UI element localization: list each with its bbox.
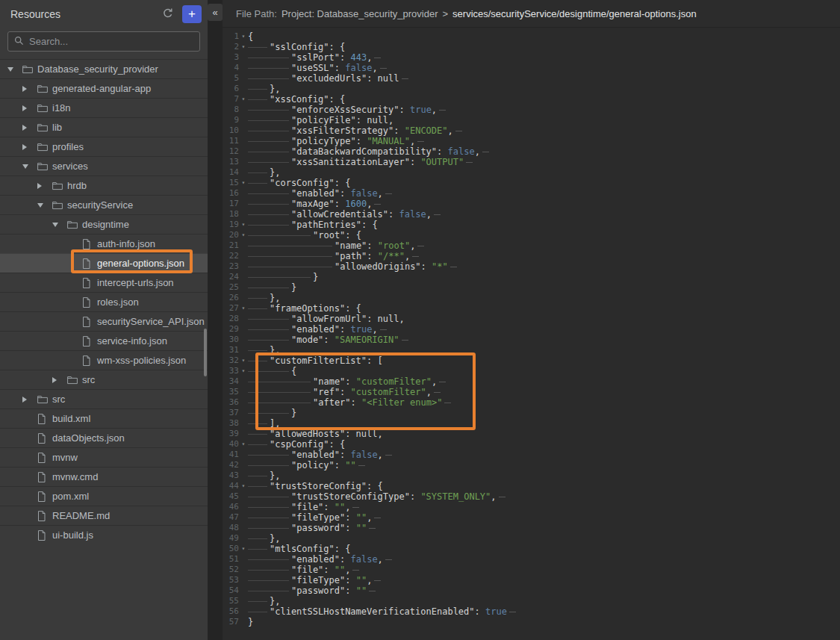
tree-item-dataObjects.json[interactable]: dataObjects.json bbox=[0, 428, 208, 447]
code-line[interactable]: 39"allowedHosts": null, bbox=[224, 429, 840, 439]
code-line[interactable]: 40▾"cspConfig": { bbox=[224, 439, 840, 450]
code-line[interactable]: 15▾"corsConfig": { bbox=[224, 178, 840, 188]
search-input[interactable] bbox=[29, 36, 193, 47]
chevron-right-icon[interactable] bbox=[22, 125, 27, 131]
collapse-panel-button[interactable]: « bbox=[208, 4, 223, 21]
tree-item-README.md[interactable]: README.md bbox=[0, 506, 208, 525]
tree-item-pom.xml[interactable]: pom.xml bbox=[0, 486, 208, 506]
code-line[interactable]: 35"ref": "customFilter", bbox=[224, 387, 840, 397]
code-line[interactable]: 11"policyType": "MANUAL", bbox=[224, 136, 840, 146]
fold-arrow-icon[interactable]: ▾ bbox=[239, 31, 248, 42]
code-line[interactable]: 17"maxAge": 1600, bbox=[224, 199, 840, 209]
search-box[interactable] bbox=[7, 31, 200, 52]
code-line[interactable]: 1▾{ bbox=[224, 31, 840, 42]
chevron-down-icon[interactable] bbox=[52, 223, 58, 227]
fold-arrow-icon[interactable]: ▾ bbox=[239, 355, 248, 366]
code-line[interactable]: 28"allowFromUrl": null, bbox=[224, 314, 840, 324]
code-line[interactable]: 51"enabled": false, bbox=[224, 554, 840, 565]
chevron-right-icon[interactable] bbox=[37, 183, 42, 189]
refresh-button[interactable] bbox=[160, 6, 176, 22]
code-line[interactable]: 26}, bbox=[224, 293, 840, 303]
fold-arrow-icon[interactable]: ▾ bbox=[239, 439, 248, 450]
code-line[interactable]: 49}, bbox=[224, 533, 840, 544]
code-line[interactable]: 43}, bbox=[224, 470, 840, 481]
tree-item-general-options.json[interactable]: general-options.json bbox=[0, 253, 208, 273]
tree-item-wm-xss-policies.json[interactable]: wm-xss-policies.json bbox=[0, 350, 208, 370]
tree-item-securityService_API.json[interactable]: securityService_API.json bbox=[0, 311, 208, 331]
code-line[interactable]: 12"dataBackwardCompatibility": false, bbox=[224, 146, 840, 157]
code-line[interactable]: 27▾"frameOptions": { bbox=[224, 303, 840, 314]
code-line[interactable]: 41"enabled": false, bbox=[224, 450, 840, 460]
tree-item-service-info.json[interactable]: service-info.json bbox=[0, 331, 208, 350]
tree-item-intercept-urls.json[interactable]: intercept-urls.json bbox=[0, 273, 208, 292]
tree-item-mvnw[interactable]: mvnw bbox=[0, 447, 208, 467]
fold-arrow-icon[interactable]: ▾ bbox=[239, 178, 248, 188]
code-line[interactable]: 38], bbox=[224, 418, 840, 429]
code-line[interactable]: 37} bbox=[224, 408, 840, 418]
code-line[interactable]: 13"xssSanitizationLayer": "OUTPUT" bbox=[224, 157, 840, 167]
fold-arrow-icon[interactable]: ▾ bbox=[239, 220, 248, 230]
tree-item-roles.json[interactable]: roles.json bbox=[0, 292, 208, 311]
code-line[interactable]: 57} bbox=[224, 617, 840, 627]
tree-item-i18n[interactable]: i18n bbox=[0, 98, 208, 117]
code-line[interactable]: 36"after": "<Filter enum>" bbox=[224, 397, 840, 408]
code-line[interactable]: 16"enabled": false, bbox=[224, 188, 840, 199]
code-line[interactable]: 44▾"trustStoreConfig": { bbox=[224, 481, 840, 491]
code-line[interactable]: 19▾"pathEntries": { bbox=[224, 220, 840, 230]
code-line[interactable]: 9"policyFile": null, bbox=[224, 115, 840, 125]
code-line[interactable]: 24} bbox=[224, 272, 840, 282]
code-line[interactable]: 2▾"sslConfig": { bbox=[224, 42, 840, 52]
chevron-right-icon[interactable] bbox=[22, 397, 27, 403]
code-line[interactable]: 6}, bbox=[224, 84, 840, 94]
tree-item-src[interactable]: src bbox=[0, 389, 208, 408]
code-line[interactable]: 10"xssFilterStrategy": "ENCODE", bbox=[224, 125, 840, 136]
tree-item-ui-build.js[interactable]: ui-build.js bbox=[0, 525, 208, 544]
tree-item-Database_security_provider[interactable]: Database_security_provider bbox=[0, 59, 208, 78]
tree-item-auth-info.json[interactable]: auth-info.json bbox=[0, 234, 208, 253]
code-line[interactable]: 33▾{ bbox=[224, 366, 840, 376]
code-line[interactable]: 52"file": "", bbox=[224, 565, 840, 575]
chevron-right-icon[interactable] bbox=[22, 144, 27, 150]
code-line[interactable]: 56"clientSSLHostNameVerificationEnabled"… bbox=[224, 606, 840, 617]
code-line[interactable]: 25} bbox=[224, 282, 840, 293]
code-line[interactable]: 29"enabled": true, bbox=[224, 324, 840, 335]
code-editor[interactable]: 1▾{2▾"sslConfig": {3"sslPort": 443,4"use… bbox=[223, 28, 840, 627]
tree-item-generated-angular-app[interactable]: generated-angular-app bbox=[0, 78, 208, 98]
chevron-down-icon[interactable] bbox=[22, 164, 28, 169]
code-line[interactable]: 46"file": "", bbox=[224, 502, 840, 512]
code-line[interactable]: 31}, bbox=[224, 345, 840, 355]
tree-item-services[interactable]: services bbox=[0, 156, 208, 175]
fold-arrow-icon[interactable]: ▾ bbox=[239, 230, 248, 240]
code-line[interactable]: 42"policy": "" bbox=[224, 460, 840, 470]
tree-item-securityService[interactable]: securityService bbox=[0, 195, 208, 214]
code-line[interactable]: 34"name": "customFilter", bbox=[224, 376, 840, 387]
fold-arrow-icon[interactable]: ▾ bbox=[239, 481, 248, 491]
tree-scrollbar-thumb[interactable] bbox=[204, 329, 207, 376]
chevron-right-icon[interactable] bbox=[52, 377, 57, 383]
tree-item-profiles[interactable]: profiles bbox=[0, 137, 208, 156]
chevron-right-icon[interactable] bbox=[22, 105, 27, 111]
fold-arrow-icon[interactable]: ▾ bbox=[239, 42, 248, 52]
code-line[interactable]: 20▾"root": { bbox=[224, 230, 840, 240]
tree-item-mvnw.cmd[interactable]: mvnw.cmd bbox=[0, 467, 208, 486]
code-line[interactable]: 18"allowCredentials": false, bbox=[224, 209, 840, 220]
code-line[interactable]: 21"name": "root", bbox=[224, 240, 840, 251]
fold-arrow-icon[interactable]: ▾ bbox=[239, 544, 248, 554]
tree-item-designtime[interactable]: designtime bbox=[0, 214, 208, 234]
code-line[interactable]: 45"trustStoreConfigType": "SYSTEM_ONLY", bbox=[224, 491, 840, 502]
tree-item-lib[interactable]: lib bbox=[0, 117, 208, 137]
code-line[interactable]: 8"enforceXssSecurity": true, bbox=[224, 105, 840, 115]
code-line[interactable]: 5"excludedUrls": null bbox=[224, 73, 840, 84]
code-line[interactable]: 55}, bbox=[224, 596, 840, 606]
code-line[interactable]: 54"password": "" bbox=[224, 585, 840, 596]
code-line[interactable]: 7▾"xssConfig": { bbox=[224, 94, 840, 105]
fold-arrow-icon[interactable]: ▾ bbox=[239, 303, 248, 314]
fold-arrow-icon[interactable]: ▾ bbox=[239, 94, 248, 105]
code-line[interactable]: 53"fileType": "", bbox=[224, 575, 840, 585]
tree-item-hrdb[interactable]: hrdb bbox=[0, 175, 208, 195]
code-line[interactable]: 14}, bbox=[224, 167, 840, 178]
code-line[interactable]: 50▾"mtlsConfig": { bbox=[224, 544, 840, 554]
chevron-down-icon[interactable] bbox=[7, 67, 13, 72]
code-line[interactable]: 32▾"customFilterList": [ bbox=[224, 355, 840, 366]
chevron-right-icon[interactable] bbox=[22, 86, 27, 92]
